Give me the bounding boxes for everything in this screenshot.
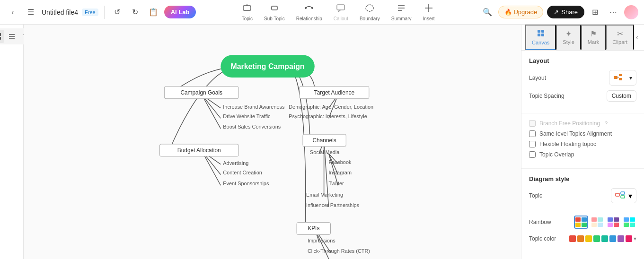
right-panel: Canvas ✦ Style ⚑ Mark ✂ Clipart ‹ Layout… bbox=[521, 25, 644, 259]
summary-label: Summary bbox=[391, 16, 412, 21]
layout-select[interactable]: ▾ bbox=[609, 70, 636, 86]
rainbow-option-4[interactable] bbox=[622, 216, 636, 229]
canvas-tab[interactable]: Canvas bbox=[525, 25, 556, 50]
color-swatch-blue[interactable] bbox=[609, 235, 616, 242]
color-swatch-purple[interactable] bbox=[618, 235, 624, 242]
svg-rect-80 bbox=[614, 217, 619, 222]
style-tab[interactable]: ✦ Style bbox=[556, 25, 581, 50]
color-swatch-yellow[interactable] bbox=[585, 235, 592, 242]
svg-rect-60 bbox=[538, 30, 540, 33]
svg-rect-70 bbox=[621, 196, 625, 198]
back-button[interactable]: ‹ bbox=[6, 5, 20, 19]
undo-button[interactable]: ↺ bbox=[110, 5, 124, 19]
svg-text:Increase Brand Awareness: Increase Brand Awareness bbox=[223, 104, 285, 110]
clipboard-button[interactable]: 📋 bbox=[146, 5, 160, 19]
rainbow-option-1[interactable] bbox=[574, 216, 588, 229]
diagram-style-title: Diagram style bbox=[529, 175, 636, 182]
svg-rect-84 bbox=[630, 217, 635, 222]
mark-tab[interactable]: ⚑ Mark bbox=[581, 25, 606, 50]
grid-apps-button[interactable]: ⊞ bbox=[588, 5, 602, 19]
color-swatch-pink[interactable] bbox=[626, 235, 632, 242]
clipart-tab-icon: ✂ bbox=[617, 29, 623, 38]
svg-text:Target Audience: Target Audience bbox=[314, 89, 355, 96]
insert-tool[interactable]: Insert bbox=[418, 1, 440, 23]
svg-rect-67 bbox=[619, 78, 622, 80]
svg-text:Click-Through Rates (CTR): Click-Through Rates (CTR) bbox=[308, 248, 370, 254]
rainbow-option-2[interactable] bbox=[590, 216, 604, 229]
svg-text:Event Sponsorships: Event Sponsorships bbox=[223, 181, 269, 186]
toolbar-left: ‹ ☰ Untitled file4 Free ↺ ↻ 📋 AI Lab bbox=[6, 5, 196, 19]
rainbow-option-3[interactable] bbox=[606, 216, 620, 229]
flexible-label: Flexible Floating topoc bbox=[539, 141, 596, 147]
color-swatch-teal[interactable] bbox=[601, 235, 608, 242]
topic-style-icon bbox=[615, 190, 626, 201]
svg-rect-14 bbox=[0, 33, 1, 36]
color-swatch-red[interactable] bbox=[569, 235, 576, 242]
subtopic-icon bbox=[270, 3, 279, 15]
canvas-area[interactable]: Marketing Campaign Campaign Goals Increa… bbox=[24, 25, 521, 259]
branch-free-label: Branch Free Positioning bbox=[539, 120, 600, 127]
same-level-row: Same-level Topics Alignment bbox=[529, 130, 636, 137]
list-view-button[interactable] bbox=[5, 30, 18, 43]
grid-view-button[interactable] bbox=[0, 30, 4, 43]
svg-rect-6 bbox=[337, 5, 344, 10]
insert-icon bbox=[424, 3, 433, 15]
share-icon: ↗ bbox=[554, 9, 559, 16]
root-label: Marketing Campaign bbox=[231, 62, 305, 70]
redo-button[interactable]: ↻ bbox=[128, 5, 142, 19]
rainbow-row: Rainbow bbox=[529, 216, 636, 229]
menu-button[interactable]: ☰ bbox=[24, 5, 38, 19]
layout-section: Layout Layout ▾ Topic Spaci bbox=[521, 51, 644, 113]
branch-free-checkbox[interactable] bbox=[529, 120, 536, 127]
svg-text:Influencer Partnerships: Influencer Partnerships bbox=[306, 202, 360, 208]
rainbow-section: Rainbow bbox=[521, 216, 644, 235]
flexible-row: Flexible Floating topoc bbox=[529, 141, 636, 147]
style-tab-icon: ✦ bbox=[565, 29, 572, 38]
boundary-tool[interactable]: Boundary bbox=[355, 1, 385, 23]
topic-spacing-value: Custom bbox=[607, 90, 636, 102]
right-panel-tabs: Canvas ✦ Style ⚑ Mark ✂ Clipart ‹ bbox=[521, 25, 644, 51]
same-level-checkbox[interactable] bbox=[529, 130, 536, 137]
relationship-tool[interactable]: Relationship bbox=[291, 1, 327, 23]
topic-spacing-row: Topic Spacing Custom bbox=[529, 90, 636, 102]
more-button[interactable]: ⋯ bbox=[606, 5, 620, 19]
svg-text:Demographic: Age, Gender, Loca: Demographic: Age, Gender, Location bbox=[289, 104, 373, 110]
upgrade-button[interactable]: 🔥 Upgrade bbox=[498, 6, 543, 18]
main-area: T bbox=[0, 25, 644, 259]
toolbar: ‹ ☰ Untitled file4 Free ↺ ↻ 📋 AI Lab Top… bbox=[0, 0, 644, 25]
flexible-checkbox[interactable] bbox=[529, 141, 536, 147]
search-button[interactable]: 🔍 bbox=[480, 5, 494, 19]
color-swatch-orange[interactable] bbox=[577, 235, 584, 242]
svg-rect-77 bbox=[591, 223, 597, 227]
layout-icon bbox=[613, 72, 626, 83]
svg-rect-74 bbox=[582, 223, 587, 227]
avatar[interactable] bbox=[624, 5, 638, 19]
topic-style-row: Topic ▾ bbox=[529, 188, 636, 203]
subtopic-tool[interactable]: Sub Topic bbox=[259, 1, 290, 23]
svg-text:Psychographic: Interests, Life: Psychographic: Interests, Lifestyle bbox=[289, 113, 367, 119]
callout-label: Callout bbox=[334, 16, 348, 21]
share-button[interactable]: ↗ Share bbox=[547, 6, 584, 18]
svg-rect-81 bbox=[608, 223, 613, 227]
collapse-panel-button[interactable]: ‹ bbox=[634, 25, 640, 50]
divider bbox=[104, 6, 105, 19]
clipart-tab[interactable]: ✂ Clipart bbox=[606, 25, 634, 50]
callout-icon bbox=[336, 3, 345, 15]
topic-spacing-label: Topic Spacing bbox=[529, 93, 565, 99]
color-swatch-green[interactable] bbox=[593, 235, 600, 242]
callout-tool[interactable]: Callout bbox=[329, 1, 353, 23]
topic-tool[interactable]: Topic bbox=[237, 1, 257, 23]
color-expand-icon[interactable]: ▾ bbox=[634, 235, 636, 242]
ai-lab-button[interactable]: AI Lab bbox=[164, 6, 196, 18]
svg-text:Drive Website Traffic: Drive Website Traffic bbox=[223, 113, 271, 119]
topic-overlap-row: Topic Overlap bbox=[529, 151, 636, 158]
svg-rect-72 bbox=[582, 217, 587, 222]
summary-tool[interactable]: Summary bbox=[387, 1, 416, 23]
topic-style-label: Topic bbox=[529, 192, 542, 199]
topic-overlap-checkbox[interactable] bbox=[529, 151, 536, 158]
rainbow-label: Rainbow bbox=[529, 219, 551, 225]
svg-text:Channels: Channels bbox=[312, 137, 336, 144]
svg-point-5 bbox=[311, 7, 313, 9]
topic-style-select[interactable]: ▾ bbox=[611, 188, 636, 203]
svg-text:Boost Sales Conversions: Boost Sales Conversions bbox=[223, 124, 281, 130]
